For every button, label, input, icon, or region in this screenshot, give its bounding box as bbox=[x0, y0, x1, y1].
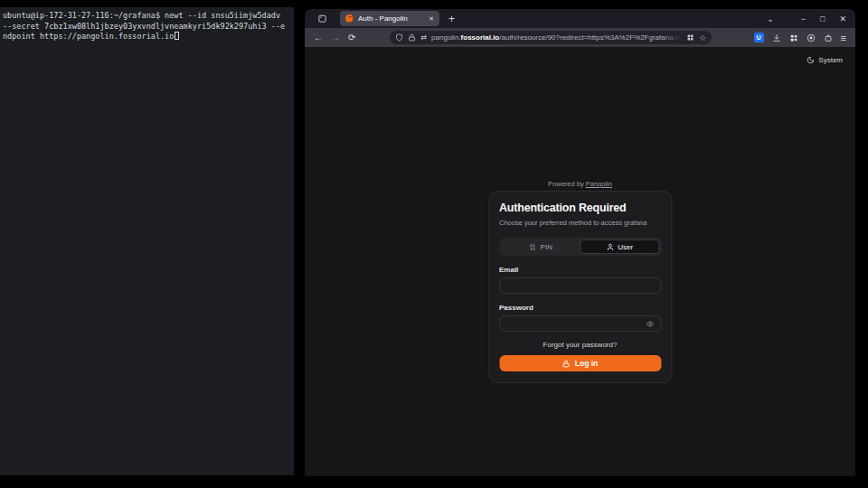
firefox-view-icon[interactable] bbox=[317, 14, 327, 23]
account-profile-icon[interactable] bbox=[807, 33, 816, 42]
tab-user[interactable]: User bbox=[580, 239, 660, 254]
powered-by: Powered by Pangolin bbox=[305, 180, 855, 188]
email-field[interactable] bbox=[499, 277, 661, 294]
minimize-button[interactable]: − bbox=[801, 14, 806, 23]
login-button[interactable]: Log in bbox=[499, 355, 661, 371]
theme-label: System bbox=[818, 56, 843, 64]
tab-bar: Auth - Pangolin ✕ + ⌄ − □ ✕ bbox=[305, 9, 855, 28]
terminal-line: ubuntu@ip-172-31-27-116:~/grafana$ newt … bbox=[3, 11, 291, 22]
shield-icon[interactable] bbox=[395, 33, 403, 42]
browser-toolbar: ← → ⟳ ⇄ pangolin.fossorial.io/auth/resou… bbox=[305, 28, 855, 47]
reload-button[interactable]: ⟳ bbox=[348, 33, 355, 42]
login-lock-icon bbox=[562, 360, 571, 368]
auth-method-tabs: PIN User bbox=[499, 238, 661, 256]
pangolin-link[interactable]: Pangolin bbox=[586, 180, 612, 188]
new-tab-button[interactable]: + bbox=[448, 14, 455, 24]
password-field[interactable] bbox=[499, 315, 661, 332]
card-subtitle: Choose your preferred method to access g… bbox=[499, 219, 661, 227]
tab-auth-pangolin[interactable]: Auth - Pangolin ✕ bbox=[340, 11, 439, 26]
terminal-cursor bbox=[175, 32, 179, 40]
terminal-panel[interactable]: ubuntu@ip-172-31-27-116:~/grafana$ newt … bbox=[0, 7, 294, 475]
pangolin-favicon-icon bbox=[345, 14, 354, 23]
forward-button[interactable]: → bbox=[331, 33, 340, 42]
tab-pin[interactable]: PIN bbox=[501, 239, 580, 254]
terminal-line: ndpoint https://pangolin.fossorial.io bbox=[3, 32, 291, 42]
url-text[interactable]: pangolin.fossorial.io/auth/resource/90?r… bbox=[431, 33, 682, 42]
maximize-button[interactable]: □ bbox=[820, 14, 825, 23]
ublock-extension-icon[interactable]: U bbox=[754, 33, 764, 42]
back-button[interactable]: ← bbox=[314, 33, 323, 42]
extensions-icon[interactable] bbox=[789, 33, 798, 42]
app-menu-icon[interactable]: ≡ bbox=[841, 33, 846, 43]
url-bar[interactable]: ⇄ pangolin.fossorial.io/auth/resource/90… bbox=[390, 31, 712, 44]
tab-close-icon[interactable]: ✕ bbox=[429, 15, 434, 23]
permissions-swap-icon[interactable]: ⇄ bbox=[420, 33, 427, 42]
page-content: System Powered by Pangolin Authenticatio… bbox=[305, 47, 855, 476]
terminal-line: --secret 7cbz1xw08lh1jbzey03yxvndljvneam… bbox=[3, 22, 291, 33]
downloads-icon[interactable] bbox=[772, 33, 781, 42]
forgot-password-link[interactable]: Forgot your password? bbox=[499, 341, 661, 349]
theme-toggle[interactable]: System bbox=[807, 56, 843, 64]
close-window-button[interactable]: ✕ bbox=[839, 14, 846, 23]
auth-card: Authentication Required Choose your pref… bbox=[488, 191, 672, 383]
browser-window: Auth - Pangolin ✕ + ⌄ − □ ✕ ← → ⟳ ⇄ pang… bbox=[305, 9, 855, 476]
binary-pin-icon bbox=[529, 243, 537, 251]
card-title: Authentication Required bbox=[499, 202, 661, 214]
password-label: Password bbox=[499, 304, 661, 312]
bookmark-star-icon[interactable]: ☆ bbox=[699, 33, 706, 42]
email-label: Email bbox=[499, 266, 661, 274]
eye-icon[interactable] bbox=[646, 320, 654, 328]
addon-box-icon[interactable] bbox=[824, 33, 833, 42]
user-icon bbox=[606, 243, 614, 251]
list-tabs-chevron-icon[interactable]: ⌄ bbox=[767, 14, 774, 23]
shortcuts-grid-icon[interactable] bbox=[686, 33, 694, 42]
tab-title: Auth - Pangolin bbox=[358, 14, 424, 23]
lock-icon[interactable] bbox=[408, 33, 416, 42]
moon-icon bbox=[807, 56, 815, 64]
